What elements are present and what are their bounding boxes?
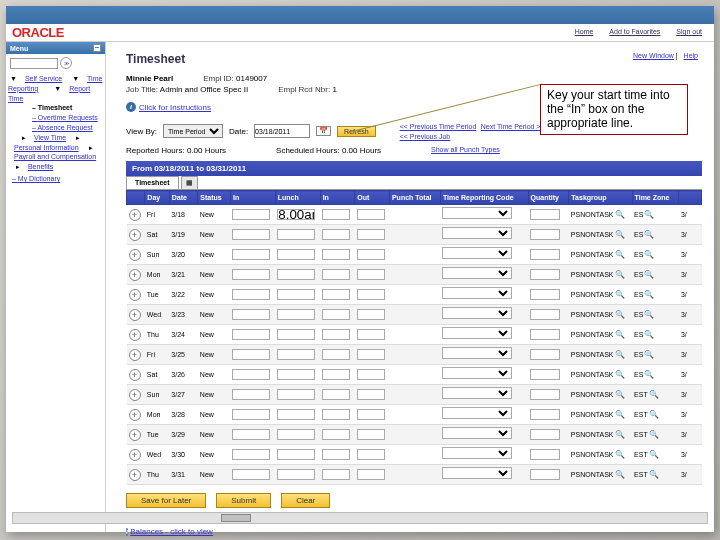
horizontal-scrollbar[interactable]	[12, 512, 708, 524]
out-input[interactable]	[357, 369, 385, 380]
nav-dictionary[interactable]: My Dictionary	[18, 175, 60, 182]
quantity-input[interactable]	[530, 269, 560, 280]
lunch-input[interactable]	[277, 449, 315, 460]
trc-select[interactable]	[442, 267, 512, 279]
trc-select[interactable]	[442, 367, 512, 379]
nav-absence[interactable]: Absence Request	[37, 124, 92, 131]
add-row-icon[interactable]: +	[129, 229, 141, 241]
in2-input[interactable]	[322, 369, 350, 380]
in-input[interactable]	[232, 289, 270, 300]
add-row-icon[interactable]: +	[129, 349, 141, 361]
in2-input[interactable]	[322, 229, 350, 240]
lookup-icon[interactable]: 🔍	[644, 210, 654, 219]
in-input[interactable]	[232, 229, 270, 240]
trc-select[interactable]	[442, 427, 512, 439]
lookup-icon[interactable]: 🔍	[615, 250, 625, 259]
in2-input[interactable]	[322, 349, 350, 360]
lookup-icon[interactable]: 🔍	[615, 470, 625, 479]
out-input[interactable]	[357, 209, 385, 220]
lunch-input[interactable]	[277, 269, 315, 280]
lookup-icon[interactable]: 🔍	[615, 390, 625, 399]
lunch-input[interactable]	[277, 229, 315, 240]
lookup-icon[interactable]: 🔍	[615, 370, 625, 379]
lookup-icon[interactable]: 🔍	[644, 370, 654, 379]
clear-button[interactable]: Clear	[281, 493, 330, 508]
lunch-input[interactable]	[277, 249, 315, 260]
lookup-icon[interactable]: 🔍	[644, 250, 654, 259]
lookup-icon[interactable]: 🔍	[615, 270, 625, 279]
quantity-input[interactable]	[530, 209, 560, 220]
lookup-icon[interactable]: 🔍	[644, 310, 654, 319]
in2-input[interactable]	[322, 389, 350, 400]
show-all-link[interactable]: Show all Punch Types	[431, 146, 500, 155]
nav-payroll[interactable]: Payroll and Compensation	[8, 153, 96, 160]
lookup-icon[interactable]: 🔍	[644, 270, 654, 279]
lookup-icon[interactable]: 🔍	[615, 290, 625, 299]
save-button[interactable]: Save for Later	[126, 493, 206, 508]
lookup-icon[interactable]: 🔍	[649, 430, 659, 439]
in2-input[interactable]	[322, 309, 350, 320]
quantity-input[interactable]	[530, 369, 560, 380]
out-input[interactable]	[357, 249, 385, 260]
in2-input[interactable]	[322, 209, 350, 220]
quantity-input[interactable]	[530, 469, 560, 480]
in2-input[interactable]	[322, 289, 350, 300]
lunch-input[interactable]	[277, 409, 315, 420]
trc-select[interactable]	[442, 327, 512, 339]
in2-input[interactable]	[322, 409, 350, 420]
out-input[interactable]	[357, 269, 385, 280]
lunch-input[interactable]	[277, 389, 315, 400]
nav-timesheet[interactable]: Timesheet	[38, 104, 73, 111]
viewby-select[interactable]: Time Period	[163, 124, 223, 138]
trc-select[interactable]	[442, 247, 512, 259]
out-input[interactable]	[357, 289, 385, 300]
add-row-icon[interactable]: +	[129, 449, 141, 461]
lookup-icon[interactable]: 🔍	[644, 230, 654, 239]
lunch-input[interactable]	[277, 349, 315, 360]
trc-select[interactable]	[442, 387, 512, 399]
calendar-icon[interactable]: 📅	[316, 126, 331, 136]
nav-benefits[interactable]: Benefits	[22, 163, 53, 170]
nav-self-service[interactable]: Self Service	[19, 75, 62, 82]
in-input[interactable]	[232, 449, 270, 460]
trc-select[interactable]	[442, 227, 512, 239]
lunch-input[interactable]	[277, 209, 315, 220]
add-row-icon[interactable]: +	[129, 309, 141, 321]
lunch-input[interactable]	[277, 309, 315, 320]
home-link[interactable]: Home	[575, 28, 594, 35]
lookup-icon[interactable]: 🔍	[615, 230, 625, 239]
quantity-input[interactable]	[530, 249, 560, 260]
quantity-input[interactable]	[530, 289, 560, 300]
in-input[interactable]	[232, 309, 270, 320]
out-input[interactable]	[357, 329, 385, 340]
in-input[interactable]	[232, 249, 270, 260]
lunch-input[interactable]	[277, 329, 315, 340]
quantity-input[interactable]	[530, 229, 560, 240]
menu-search-input[interactable]	[10, 58, 58, 69]
lookup-icon[interactable]: 🔍	[649, 470, 659, 479]
nav-overtime[interactable]: Overtime Requests	[38, 114, 98, 121]
lookup-icon[interactable]: 🔍	[615, 410, 625, 419]
trc-select[interactable]	[442, 207, 512, 219]
add-row-icon[interactable]: +	[129, 469, 141, 481]
addfav-link[interactable]: Add to Favorites	[609, 28, 660, 35]
date-input[interactable]	[254, 124, 310, 138]
in2-input[interactable]	[322, 269, 350, 280]
lookup-icon[interactable]: 🔍	[644, 290, 654, 299]
quantity-input[interactable]	[530, 409, 560, 420]
quantity-input[interactable]	[530, 329, 560, 340]
in-input[interactable]	[232, 369, 270, 380]
nav-view-time[interactable]: View Time	[28, 134, 66, 141]
quantity-input[interactable]	[530, 309, 560, 320]
lookup-icon[interactable]: 🔍	[615, 210, 625, 219]
in2-input[interactable]	[322, 329, 350, 340]
quantity-input[interactable]	[530, 429, 560, 440]
add-row-icon[interactable]: +	[129, 269, 141, 281]
in2-input[interactable]	[322, 249, 350, 260]
lookup-icon[interactable]: 🔍	[644, 350, 654, 359]
trc-select[interactable]	[442, 307, 512, 319]
tab-timesheet[interactable]: Timesheet	[126, 176, 179, 189]
out-input[interactable]	[357, 309, 385, 320]
in-input[interactable]	[232, 469, 270, 480]
lunch-input[interactable]	[277, 289, 315, 300]
